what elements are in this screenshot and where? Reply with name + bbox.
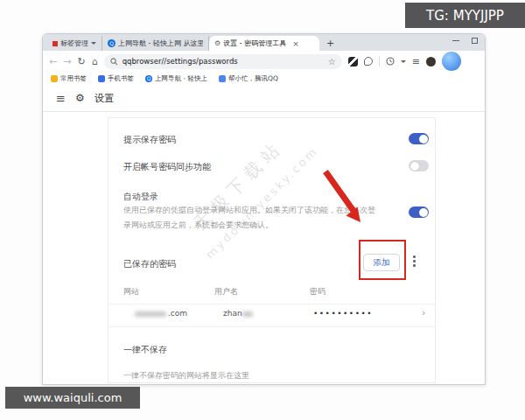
divider [108,304,435,304]
redacted-site-text [135,312,166,317]
favicon-red [52,41,58,46]
bookmark-star-icon[interactable]: ☆ [328,57,336,66]
chevron-right-icon[interactable]: › [422,307,425,318]
column-header-site: 网站 [123,286,139,298]
toggle-account-sync[interactable] [409,160,429,172]
window-controls [452,38,478,44]
toggle-save-password-prompt[interactable] [409,133,429,144]
more-options-icon[interactable] [413,256,416,267]
qq-navigation-icon: Q [108,39,116,47]
history-clock-icon[interactable] [386,57,395,66]
gear-icon: ⚙ [214,39,220,47]
site-cell: .com [168,309,187,318]
qq-account-avatar[interactable] [442,52,461,71]
reload-icon[interactable]: ↻ [77,57,85,66]
tab-title: 标签管理 [60,38,88,48]
search-icon [110,58,118,66]
section-title: 一律不保存 [123,344,167,356]
browser-plugin-icon[interactable] [348,57,358,66]
address-bar[interactable]: qqbrowser//settings/passwords ☆ [104,54,342,69]
bookmarks-bar: 常用书签 手机书签 Q 上网导航 - 轻快上 帮小忙，腾讯QQ [43,72,485,85]
column-header-password: 密码 [310,286,326,298]
bookmark-navigation[interactable]: Q 上网导航 - 轻快上 [145,74,207,83]
settings-content: 提示保存密码 开启帐号密码同步功能 自动登录 使用已保存的凭据自动登录网站和应用… [43,112,485,385]
qq-navigation-icon: Q [145,75,152,82]
bookmark-label: 手机书签 [108,74,134,83]
penguin-icon [219,75,226,82]
divider [108,326,435,327]
section-title: 已保存的密码 [123,258,176,270]
redacted-username-text [242,312,253,317]
folder-icon [51,75,58,82]
minimize-icon[interactable] [452,40,459,41]
forward-icon[interactable]: → [63,57,71,66]
home-icon[interactable]: ⌂ [92,57,98,66]
bookmark-mobile[interactable]: 手机书签 [98,74,134,83]
settings-header: ≡ ⚙ 设置 [43,85,485,112]
bookmark-tencent-help[interactable]: 帮小忙，腾讯QQ [219,74,278,83]
chevron-down-icon[interactable] [401,60,406,63]
annotation-highlight-box [359,240,406,280]
section-description: 使用已保存的凭据自动登录网站和应用。如果关闭了该功能，在您每次登录网站或应用之前… [123,203,382,233]
toggle-row-label: 提示保存密码 [123,134,176,146]
bookmark-label: 上网导航 - 轻快上 [155,74,207,83]
tab-title: 设置 - 密码管理工具 [223,38,286,48]
phone-bookmark-icon [98,75,105,82]
bookmark-label: 常用书签 [60,74,87,83]
never-save-hint: 一律不保存密码的网站将显示在这里 [123,370,249,382]
close-tab-icon[interactable]: × [292,39,299,48]
bookmark-common[interactable]: 常用书签 [51,74,87,83]
toggle-auto-login[interactable] [409,206,429,218]
url-text[interactable]: qqbrowser//settings/passwords [122,57,324,66]
new-tab-button[interactable]: + [326,38,334,49]
username-cell: zhan [223,309,242,318]
tab-strip: 标签管理 Q 上网导航 - 轻快上网 从这里开始 ⚙ 设置 - 密码管理工具 ×… [43,34,485,51]
chevron-down-icon [91,42,96,45]
tab-label-manager[interactable]: 标签管理 [47,36,102,51]
back-icon[interactable]: ← [49,57,57,66]
profile-avatar[interactable] [426,57,436,66]
column-header-username: 用户名 [214,286,238,298]
passwords-panel: 提示保存密码 开启帐号密码同步功能 自动登录 使用已保存的凭据自动登录网站和应用… [108,117,436,383]
tg-watermark-badge: TG: MYYJJPP [405,3,525,28]
tab-settings-passwords[interactable]: ⚙ 设置 - 密码管理工具 × [209,36,319,51]
settings-menu-icon[interactable]: ≡ [56,92,66,105]
maximize-icon[interactable] [472,38,478,44]
bookmark-label: 帮小忙，腾讯QQ [228,74,278,83]
section-title: 自动登录 [123,191,158,203]
site-watermark-badge: www.waiquli.com [5,387,140,409]
browser-menu-icon[interactable]: ≡ [412,56,420,67]
browser-toolbar: ← → ↻ ⌂ qqbrowser//settings/passwords ☆ … [43,51,485,72]
feedback-bubble-icon[interactable] [364,57,373,66]
tab-title: 上网导航 - 轻快上网 从这里开始 [118,38,203,48]
page-title: 设置 [94,92,115,105]
toolbar-divider [379,56,380,66]
password-cell: •••••••••• [313,309,373,318]
browser-window: 标签管理 Q 上网导航 - 轻快上网 从这里开始 ⚙ 设置 - 密码管理工具 ×… [42,33,486,385]
tab-navigation[interactable]: Q 上网导航 - 轻快上网 从这里开始 [102,36,209,51]
gear-icon: ⚙ [75,92,85,104]
toggle-row-label: 开启帐号密码同步功能 [123,161,211,173]
